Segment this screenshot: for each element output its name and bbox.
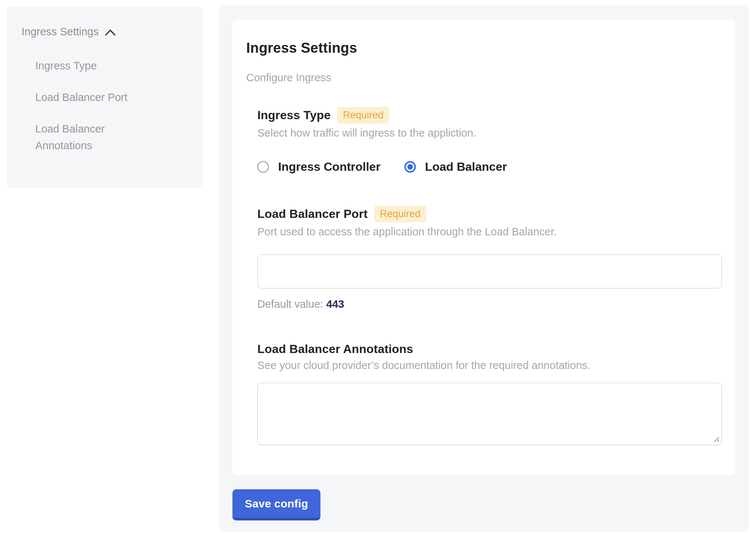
default-value-label: Default value: (257, 298, 323, 310)
resize-grip-icon[interactable] (713, 435, 720, 443)
field-load-balancer-annotations: Load Balancer Annotations See your cloud… (257, 342, 722, 445)
lb-port-description: Port used to access the application thro… (257, 226, 722, 238)
lb-annotations-label: Load Balancer Annotations (257, 342, 413, 356)
settings-toc-sidebar: Ingress Settings Ingress Type Load Balan… (7, 7, 202, 188)
sidebar-item-load-balancer-annotations[interactable]: Load Balancer Annotations (35, 121, 162, 154)
ingress-type-description: Select how traffic will ingress to the a… (257, 127, 722, 139)
radio-dot (407, 164, 413, 170)
radio-selected-icon[interactable] (404, 161, 416, 173)
sidebar-section-title: Ingress Settings (22, 25, 99, 38)
lb-annotations-textarea[interactable] (257, 383, 722, 445)
required-badge: Required (374, 206, 426, 222)
radio-label-ingress-controller: Ingress Controller (278, 160, 381, 174)
ingress-type-radio-group: Ingress Controller Load Balancer (257, 160, 722, 174)
sidebar-item-list: Ingress Type Load Balancer Port Load Bal… (35, 58, 162, 154)
radio-unselected-icon[interactable] (257, 161, 269, 173)
field-ingress-type: Ingress Type Required Select how traffic… (257, 107, 722, 174)
sidebar-item-load-balancer-port[interactable]: Load Balancer Port (35, 89, 162, 106)
radio-label-load-balancer: Load Balancer (425, 160, 507, 174)
required-badge: Required (337, 107, 389, 124)
lb-port-input[interactable] (257, 254, 722, 288)
radio-option-load-balancer[interactable]: Load Balancer (404, 160, 507, 174)
ingress-settings-card: Ingress Settings Configure Ingress Ingre… (232, 19, 735, 475)
field-load-balancer-port: Load Balancer Port Required Port used to… (257, 206, 722, 310)
sidebar-section-toggle[interactable]: Ingress Settings (22, 25, 192, 38)
ingress-settings-panel: Ingress Settings Configure Ingress Ingre… (218, 5, 749, 532)
default-value-number: 443 (326, 298, 344, 310)
page-title: Ingress Settings (246, 40, 722, 56)
lb-annotations-description: See your cloud provider’s documentation … (257, 359, 722, 372)
sidebar-item-ingress-type[interactable]: Ingress Type (35, 58, 162, 74)
page-subtitle: Configure Ingress (246, 72, 722, 84)
ingress-type-label: Ingress Type (257, 108, 330, 122)
lb-port-default-row: Default value: 443 (257, 298, 722, 310)
chevron-up-icon (105, 29, 116, 36)
save-config-button[interactable]: Save config (232, 489, 320, 520)
form-fields: Ingress Type Required Select how traffic… (257, 107, 722, 445)
radio-option-ingress-controller[interactable]: Ingress Controller (257, 160, 381, 174)
lb-port-label: Load Balancer Port (257, 207, 368, 221)
